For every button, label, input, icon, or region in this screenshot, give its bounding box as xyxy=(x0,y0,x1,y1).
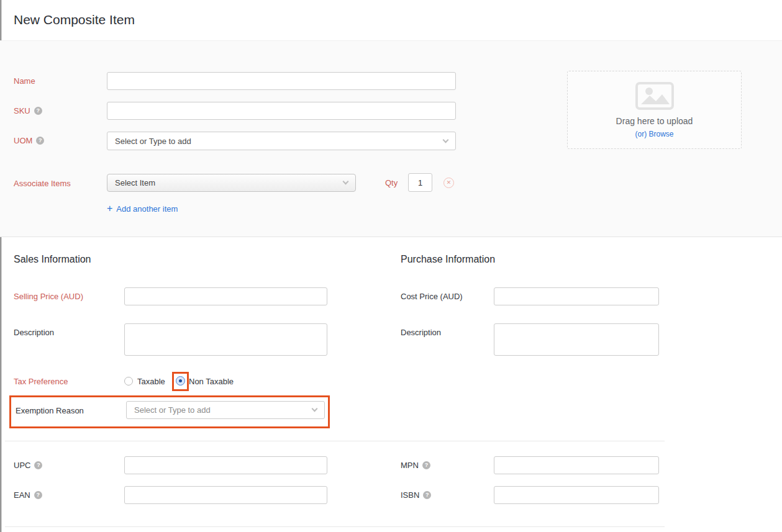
upload-browse-link[interactable]: Browse xyxy=(649,130,674,138)
divider xyxy=(5,441,665,441)
exemption-reason-label: Exemption Reason xyxy=(16,406,84,415)
image-upload-dropzone[interactable]: Drag here to upload (or) Browse xyxy=(567,71,742,149)
purchase-description-textarea[interactable] xyxy=(494,323,659,356)
plus-icon: + xyxy=(107,203,112,214)
qty-label: Qty xyxy=(385,178,398,187)
associate-item-select[interactable]: Select Item xyxy=(107,174,356,192)
taxable-radio[interactable] xyxy=(124,377,133,385)
ean-help-icon[interactable]: ? xyxy=(34,491,42,499)
mpn-label: MPN ? xyxy=(401,461,430,470)
associate-items-label: Associate Items xyxy=(14,179,71,188)
selling-price-label: Selling Price (AUD) xyxy=(14,292,83,301)
sales-description-textarea[interactable] xyxy=(124,323,327,356)
sku-help-icon[interactable]: ? xyxy=(34,107,42,115)
upload-or-text: (or) xyxy=(635,130,647,138)
basic-info-section: Name SKU ? UOM ? Select or Type to add A… xyxy=(0,40,782,237)
add-another-item-link[interactable]: + Add another item xyxy=(107,203,178,214)
selling-price-input[interactable] xyxy=(124,287,327,305)
mpn-help-icon[interactable]: ? xyxy=(422,461,430,469)
non-taxable-radio-label[interactable]: Non Taxable xyxy=(189,377,234,386)
page-title-wrap: New Composite Item xyxy=(14,12,135,27)
upload-drag-text: Drag here to upload xyxy=(616,116,693,126)
remove-item-icon[interactable]: ✕ xyxy=(443,178,454,188)
uom-help-icon[interactable]: ? xyxy=(36,137,44,145)
new-composite-item-page: New Composite Item Name SKU ? UOM ? Sele… xyxy=(0,0,782,532)
sku-input[interactable] xyxy=(107,102,456,120)
uom-select[interactable]: Select or Type to add xyxy=(107,132,456,150)
chevron-down-icon xyxy=(443,137,449,143)
uom-label: UOM ? xyxy=(14,136,44,145)
ean-input[interactable] xyxy=(124,486,327,504)
exemption-reason-placeholder: Select or Type to add xyxy=(134,405,211,415)
name-label: Name xyxy=(14,76,35,86)
chevron-down-icon xyxy=(312,406,318,412)
page-title: New Composite Item xyxy=(14,12,135,27)
cost-price-label: Cost Price (AUD) xyxy=(401,292,463,301)
name-input[interactable] xyxy=(107,72,456,90)
isbn-help-icon[interactable]: ? xyxy=(423,491,431,499)
upc-label: UPC ? xyxy=(14,461,42,470)
tax-preference-label: Tax Preference xyxy=(14,377,68,386)
mpn-input[interactable] xyxy=(494,456,659,474)
isbn-input[interactable] xyxy=(494,486,659,504)
sales-description-label: Description xyxy=(14,328,54,337)
purchase-description-label: Description xyxy=(401,328,441,337)
non-taxable-radio[interactable] xyxy=(176,376,185,385)
isbn-label: ISBN ? xyxy=(401,490,431,500)
cost-price-input[interactable] xyxy=(494,287,659,305)
sku-label: SKU ? xyxy=(14,106,42,115)
qty-input[interactable] xyxy=(408,173,432,192)
associate-item-placeholder: Select Item xyxy=(115,178,155,187)
exemption-reason-select[interactable]: Select or Type to add xyxy=(126,401,325,419)
upc-help-icon[interactable]: ? xyxy=(34,461,42,469)
uom-select-placeholder: Select or Type to add xyxy=(115,137,191,146)
upc-input[interactable] xyxy=(124,456,327,474)
chevron-down-icon xyxy=(343,179,349,185)
purchase-information-heading: Purchase Information xyxy=(401,254,495,265)
divider xyxy=(5,526,665,527)
taxable-radio-label[interactable]: Taxable xyxy=(137,377,165,386)
ean-label: EAN ? xyxy=(14,490,42,500)
image-placeholder-icon xyxy=(635,82,674,110)
sales-information-heading: Sales Information xyxy=(14,254,91,265)
